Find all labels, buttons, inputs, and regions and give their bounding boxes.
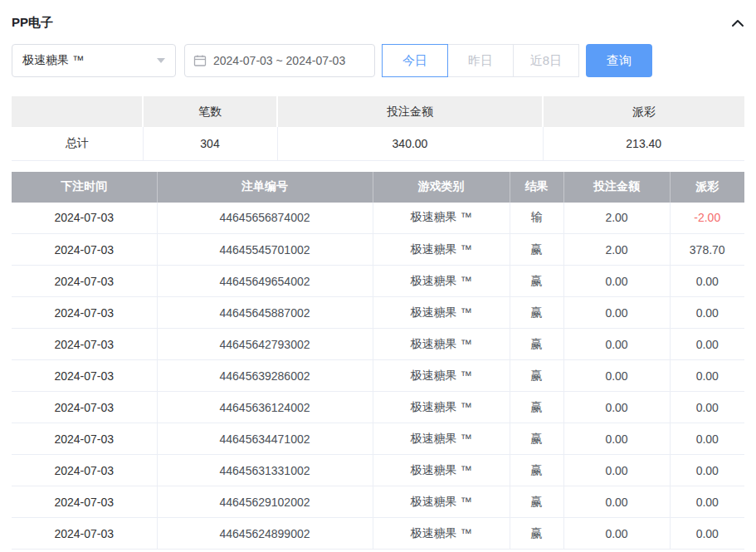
table-cell: 2024-07-03	[12, 329, 157, 360]
table-cell: 0.00	[563, 392, 670, 423]
date-range-value: 2024-07-03 ~ 2024-07-03	[213, 54, 345, 67]
table-cell: 0.00	[670, 518, 744, 550]
table-cell: 赢	[510, 423, 563, 455]
table-row: 2024-07-0344645649654002极速糖果 ™赢0.000.00	[12, 266, 744, 297]
table-cell: 0.00	[670, 360, 744, 392]
table-cell: 2024-07-03	[12, 455, 157, 486]
summary-header-bet-amount: 投注金额	[277, 96, 543, 127]
table-cell: 极速糖果 ™	[373, 486, 510, 518]
chevron-up-icon	[731, 18, 744, 28]
table-cell: 0.00	[670, 329, 744, 360]
last-8-days-button[interactable]: 近8日	[513, 44, 579, 77]
table-cell: 44645636124002	[157, 392, 373, 423]
table-cell: 极速糖果 ™	[373, 203, 510, 234]
table-cell: 0.00	[670, 486, 744, 518]
table-cell: 赢	[510, 486, 563, 518]
table-cell: 2024-07-03	[12, 203, 157, 234]
table-cell: 44645624899002	[157, 518, 373, 550]
table-cell: 0.00	[563, 329, 670, 360]
summary-total-label: 总计	[12, 127, 143, 160]
column-header-bet-amount: 投注金额	[563, 172, 670, 203]
calendar-icon	[193, 54, 207, 67]
table-cell: 赢	[510, 329, 563, 360]
column-header-result: 结果	[510, 172, 563, 203]
table-cell: 2024-07-03	[12, 360, 157, 392]
table-cell: 2024-07-03	[12, 423, 157, 455]
panel-header: PP电子	[12, 0, 744, 32]
table-cell: -2.00	[670, 203, 744, 234]
bet-records-table: 下注时间 注单编号 游戏类别 结果 投注金额 派彩 2024-07-034464…	[12, 172, 744, 550]
table-cell: 44645649654002	[157, 266, 373, 297]
table-cell: 44645656874002	[157, 203, 373, 234]
table-row: 2024-07-0344645624899002极速糖果 ™赢0.000.00	[12, 518, 744, 550]
chevron-down-icon	[157, 58, 165, 63]
summary-header-count: 笔数	[143, 96, 277, 127]
summary-table: 笔数 投注金额 派彩 总计 304 340.00 213.40	[12, 96, 744, 161]
table-cell: 赢	[510, 392, 563, 423]
table-cell: 极速糖果 ™	[373, 234, 510, 266]
column-header-game-type: 游戏类别	[373, 172, 510, 203]
table-cell: 44645629102002	[157, 486, 373, 518]
table-cell: 44645645887002	[157, 297, 373, 329]
table-cell: 44645545701002	[157, 234, 373, 266]
table-cell: 2024-07-03	[12, 297, 157, 329]
filter-bar: 极速糖果 ™ 2024-07-03 ~ 2024-07-03 今日 昨日 近8日…	[12, 44, 744, 77]
table-cell: 赢	[510, 518, 563, 550]
column-header-bet-id: 注单编号	[157, 172, 373, 203]
game-select-value: 极速糖果 ™	[22, 53, 84, 68]
date-range-input[interactable]: 2024-07-03 ~ 2024-07-03	[184, 44, 375, 77]
yesterday-button[interactable]: 昨日	[447, 44, 514, 77]
table-cell: 输	[510, 203, 563, 234]
collapse-panel-button[interactable]	[731, 18, 744, 28]
table-cell: 0.00	[670, 455, 744, 486]
table-cell: 极速糖果 ™	[373, 518, 510, 550]
table-row: 2024-07-0344645629102002极速糖果 ™赢0.000.00	[12, 486, 744, 518]
summary-header-payout: 派彩	[543, 96, 744, 127]
table-row: 2024-07-0344645634471002极速糖果 ™赢0.000.00	[12, 423, 744, 455]
table-row: 2024-07-0344645631331002极速糖果 ™赢0.000.00	[12, 455, 744, 486]
table-cell: 赢	[510, 266, 563, 297]
table-row: 2024-07-0344645636124002极速糖果 ™赢0.000.00	[12, 392, 744, 423]
table-cell: 2.00	[563, 203, 670, 234]
bet-table-header-row: 下注时间 注单编号 游戏类别 结果 投注金额 派彩	[12, 172, 744, 203]
table-cell: 0.00	[670, 266, 744, 297]
today-button[interactable]: 今日	[382, 44, 448, 77]
summary-header-blank	[12, 96, 143, 127]
summary-total-bet-amount: 340.00	[277, 127, 543, 160]
table-cell: 0.00	[563, 297, 670, 329]
bet-table-body: 2024-07-0344645656874002极速糖果 ™输2.00-2.00…	[12, 203, 744, 550]
summary-total-count: 304	[143, 127, 277, 160]
table-cell: 极速糖果 ™	[373, 329, 510, 360]
table-cell: 0.00	[563, 266, 670, 297]
table-cell: 赢	[510, 297, 563, 329]
game-select[interactable]: 极速糖果 ™	[12, 44, 176, 77]
table-cell: 2024-07-03	[12, 266, 157, 297]
table-cell: 378.70	[670, 234, 744, 266]
table-cell: 44645639286002	[157, 360, 373, 392]
page-title: PP电子	[12, 15, 53, 31]
quick-date-buttons: 今日 昨日 近8日	[382, 44, 579, 77]
table-row: 2024-07-0344645545701002极速糖果 ™赢2.00378.7…	[12, 234, 744, 266]
table-cell: 0.00	[563, 455, 670, 486]
table-cell: 0.00	[563, 486, 670, 518]
table-cell: 赢	[510, 360, 563, 392]
table-cell: 极速糖果 ™	[373, 455, 510, 486]
summary-total-payout: 213.40	[543, 127, 744, 160]
table-cell: 极速糖果 ™	[373, 423, 510, 455]
search-button[interactable]: 查询	[586, 44, 652, 77]
table-row: 2024-07-0344645639286002极速糖果 ™赢0.000.00	[12, 360, 744, 392]
table-cell: 0.00	[670, 297, 744, 329]
table-row: 2024-07-0344645656874002极速糖果 ™输2.00-2.00	[12, 203, 744, 234]
column-header-payout: 派彩	[670, 172, 744, 203]
table-cell: 2024-07-03	[12, 486, 157, 518]
table-cell: 44645642793002	[157, 329, 373, 360]
summary-total-row: 总计 304 340.00 213.40	[12, 127, 744, 160]
table-cell: 2.00	[563, 234, 670, 266]
table-row: 2024-07-0344645645887002极速糖果 ™赢0.000.00	[12, 297, 744, 329]
table-cell: 极速糖果 ™	[373, 360, 510, 392]
table-cell: 赢	[510, 234, 563, 266]
table-cell: 0.00	[563, 423, 670, 455]
table-cell: 44645634471002	[157, 423, 373, 455]
table-cell: 极速糖果 ™	[373, 266, 510, 297]
table-cell: 0.00	[670, 423, 744, 455]
